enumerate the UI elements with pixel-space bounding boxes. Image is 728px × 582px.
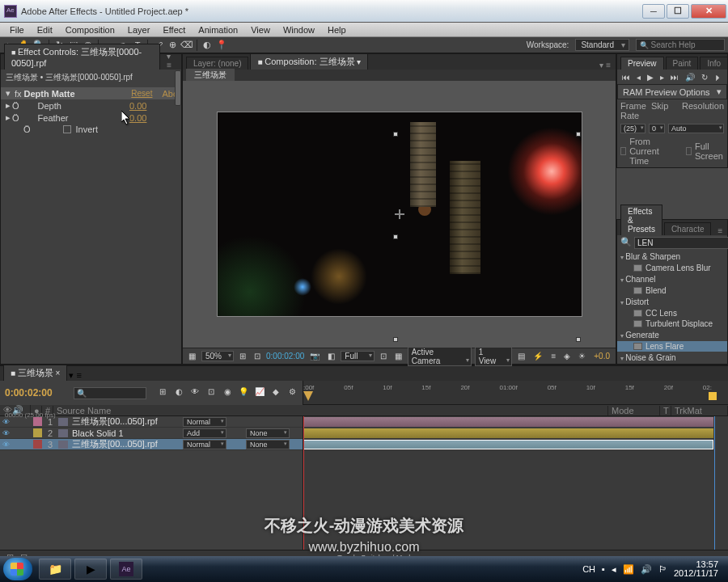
effect-controls-tab[interactable]: ■ Effect Controls: 三维场景[0000-0050].rpf [4,44,160,70]
close-button[interactable]: ✕ [691,4,726,19]
frame-blend-icon[interactable]: ⊡ [205,387,217,399]
prev-frame-icon[interactable]: ◂ [637,73,641,82]
first-frame-icon[interactable]: ⏮ [622,73,630,82]
loop-icon[interactable]: ↻ [701,73,708,82]
roto-tool-icon[interactable]: ◐ [201,39,214,52]
end-marker-line[interactable] [714,416,715,550]
effect-category[interactable]: Distort [617,296,727,308]
layer-bar[interactable] [303,417,713,427]
effect-item[interactable]: Camera Lens Blur [617,263,727,273]
tray-icon[interactable]: ◂ [612,564,616,575]
menu-layer[interactable]: Layer [121,25,157,35]
hide-shy-icon[interactable]: 👁 [189,387,201,399]
effect-depth-matte[interactable]: ▾ fx Depth Matte Reset Abo [1,87,181,99]
workspace-dropdown[interactable]: Standard [575,39,629,51]
auto-keyframe-icon[interactable]: ◆ [270,387,281,399]
ram-preview-options[interactable]: RAM Preview Options▾ [617,84,727,99]
last-frame-icon[interactable]: ⏭ [671,73,679,82]
grid-icon[interactable]: ▦ [186,352,198,361]
layer-bar[interactable] [303,428,713,438]
frame-icon[interactable]: ⊡ [252,352,263,361]
snapshot-icon[interactable]: 📷 [307,352,322,361]
transparency-icon[interactable]: ▦ [392,352,404,361]
timeline-timecode[interactable]: 0:00:02:00 [5,387,53,399]
timeline-bars-area[interactable] [303,416,728,550]
effect-item[interactable]: CC Lens [617,308,727,318]
panel-menu-icon[interactable]: ▾ ≡ [162,52,181,70]
next-frame-icon[interactable]: ▸ [660,73,664,82]
exposure-icon[interactable]: ☀ [576,352,588,361]
reset-link[interactable]: Reset [131,89,152,98]
prop-invert[interactable]: Ö Invert [1,124,181,135]
res-icon[interactable]: ⊞ [237,352,248,361]
brainstorm-icon[interactable]: ⚙ [286,387,298,399]
motion-blur-icon[interactable]: ◉ [222,387,233,399]
effect-item[interactable]: Blend [617,285,727,296]
roi-icon[interactable]: ⊡ [378,352,389,361]
transform-handle[interactable] [576,337,581,342]
clone-tool-icon[interactable]: ⊕ [166,39,179,52]
comp-name-tab[interactable]: 三维场景 [186,69,235,82]
composition-viewer[interactable] [183,81,616,348]
menu-animation[interactable]: Animation [192,25,244,35]
full-screen-checkbox[interactable] [686,147,692,155]
menu-help[interactable]: Help [321,25,353,35]
current-time[interactable]: 0:00:02:00 [266,352,304,361]
brainstorm-icon[interactable]: 💡 [238,387,249,399]
visibility-icon[interactable]: 👁 [0,441,11,449]
blend-mode-dropdown[interactable]: Normal [183,417,226,427]
transform-handle[interactable] [393,132,398,137]
composition-tab[interactable]: ■ Composition: 三维场景 ▾ [250,53,368,70]
tray-icon[interactable]: ▪ [602,564,605,574]
menu-window[interactable]: Window [277,25,321,35]
menu-view[interactable]: View [244,25,277,35]
effect-category[interactable]: Channel [617,273,727,285]
timeline-icon[interactable]: ≡ [548,352,558,361]
timeline-tab[interactable]: ■ 三维场景 × [3,365,67,381]
layer-bar[interactable] [303,440,713,449]
menu-composition[interactable]: Composition [59,25,121,35]
graph-editor-icon[interactable]: 📈 [254,387,265,399]
resolution-dropdown[interactable]: Full [341,351,375,361]
transform-handle[interactable] [576,132,581,137]
work-area-end[interactable] [709,392,717,400]
visibility-icon[interactable]: 👁 [0,418,11,426]
track-matte-dropdown[interactable]: None [246,428,290,438]
camera-dropdown[interactable]: Active Camera [408,347,472,366]
character-tab[interactable]: Characte [664,222,712,235]
timeline-layer-row[interactable]: 👁2Black Solid 1AddNone [0,428,303,439]
explorer-taskbar-icon[interactable]: 📁 [39,559,71,580]
panel-menu-icon[interactable]: ▾ ≡ [69,370,81,381]
effects-presets-tab[interactable]: Effects & Presets [620,205,662,235]
layer-tab[interactable]: Layer: (none) [186,57,248,70]
invert-checkbox[interactable] [63,125,71,133]
effect-category[interactable]: Generate [617,329,727,341]
audio-icon[interactable]: 🔊 [685,73,695,82]
track-matte-dropdown[interactable]: None [246,440,290,449]
transform-handle[interactable] [393,234,398,239]
from-current-checkbox[interactable] [620,147,626,155]
menu-file[interactable]: File [3,25,31,35]
comp-mini-flowchart-icon[interactable]: ⊞ [157,387,168,399]
preview-canvas[interactable] [217,112,582,317]
tray-volume-icon[interactable]: 🔊 [641,564,652,575]
tray-ime[interactable]: CH [582,564,595,574]
menu-effect[interactable]: Effect [156,25,192,35]
channel-icon[interactable]: ◧ [325,352,337,361]
view-dropdown[interactable]: 1 View [475,347,513,366]
layer-color-swatch[interactable] [33,428,42,437]
prop-feather[interactable]: ▸Ö Feather 0.00 [1,112,181,124]
timeline-layer-row[interactable]: 👁3三维场景[00...050].rpfNormalNone [0,439,303,450]
tray-flag-icon[interactable]: 🏳 [658,564,667,574]
playhead-line[interactable] [303,416,304,550]
maximize-button[interactable]: ☐ [667,4,689,19]
layer-color-swatch[interactable] [33,440,42,449]
search-help-input[interactable]: Search Help [636,39,725,51]
blend-mode-dropdown[interactable]: Add [183,428,226,438]
prop-depth[interactable]: ▸Ö Depth 0.00 [1,99,181,112]
time-ruler[interactable]: :00f05f10f15f20f01:00f05f10f15f20f02: [303,381,728,405]
effect-category[interactable]: Noise & Grain [617,352,727,364]
after-effects-taskbar-icon[interactable]: Ae [110,559,142,580]
start-button[interactable] [3,558,32,580]
puppet-tool-icon[interactable]: 📍 [215,39,228,52]
